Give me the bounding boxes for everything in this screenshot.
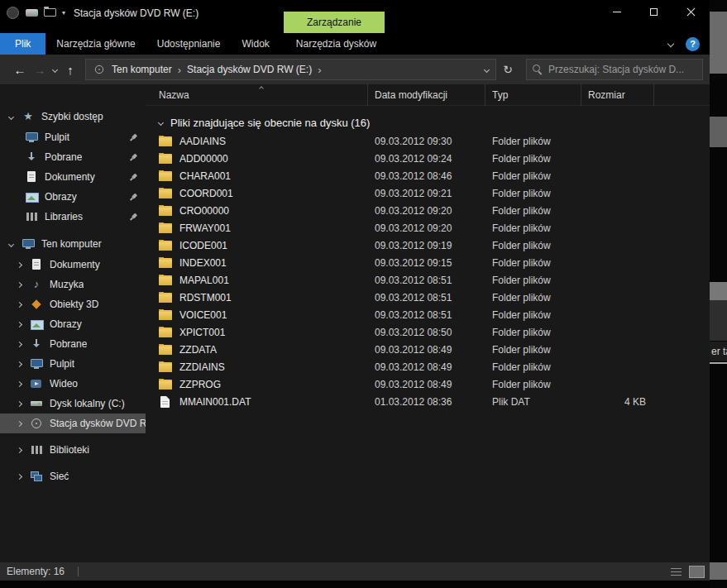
file-icon xyxy=(160,396,170,408)
group-collapse-icon[interactable] xyxy=(158,119,164,125)
file-row[interactable]: ADD00000 09.03.2012 09:24 Folder plików xyxy=(146,150,710,167)
breadcrumb-separator-icon[interactable]: › xyxy=(178,64,181,76)
search-box[interactable] xyxy=(526,59,703,80)
breadcrumb-dvd-drive[interactable]: Stacja dysków DVD RW (E:) xyxy=(187,64,312,75)
explorer-window: ▾ Stacja dysków DVD RW (E:) Zarządzanie … xyxy=(0,0,710,581)
sidebar-item-pc-dysk-c[interactable]: Dysk lokalny (C:) xyxy=(0,394,146,414)
help-icon[interactable]: ? xyxy=(686,37,700,51)
up-button[interactable]: ↑ xyxy=(60,63,80,77)
column-header-typ[interactable]: Typ xyxy=(485,84,581,106)
sidebar-item-pc-obrazy[interactable]: Obrazy xyxy=(0,314,146,334)
file-modified: 09.03.2012 08:50 xyxy=(368,327,485,338)
close-button[interactable] xyxy=(672,0,710,24)
chevron-right-icon[interactable] xyxy=(16,447,22,452)
chevron-right-icon[interactable] xyxy=(16,361,22,366)
file-name: ADD00000 xyxy=(179,153,228,165)
folder-icon xyxy=(159,362,172,372)
sidebar-item-pc-dokumenty[interactable]: Dokumenty xyxy=(0,255,146,275)
sidebar-item-obrazy[interactable]: Obrazy xyxy=(0,187,146,207)
item-label: Pobrane xyxy=(50,338,87,350)
chevron-right-icon[interactable] xyxy=(16,380,22,386)
sidebar-item-pc-pobrane[interactable]: Pobrane xyxy=(0,334,146,354)
file-name: CHARA001 xyxy=(179,170,231,182)
file-row[interactable]: FRWAY001 09.03.2012 09:20 Folder plików xyxy=(146,219,710,237)
sidebar-item-dokumenty[interactable]: Dokumenty xyxy=(0,167,146,187)
qat-drive-icon[interactable] xyxy=(26,9,38,17)
sidebar-item-pc-obiekty-3d[interactable]: Obiekty 3D xyxy=(0,294,146,314)
tab-widok[interactable]: Widok xyxy=(231,33,280,55)
file-row[interactable]: VOICE001 09.03.2012 08:51 Folder plików xyxy=(146,306,710,323)
breadcrumb-separator-icon[interactable]: › xyxy=(318,64,321,76)
content-area: ★ Szybki dostęp Pulpit Pobrane Dokumenty xyxy=(0,84,710,562)
qat-dropdown-icon[interactable]: ▾ xyxy=(62,9,65,17)
forward-button[interactable]: → xyxy=(30,63,50,77)
chevron-right-icon[interactable] xyxy=(16,341,22,347)
tab-udostepnianie[interactable]: Udostępnianie xyxy=(146,33,232,55)
tab-narzedzia-dyskow[interactable]: Narzędzia dysków xyxy=(285,33,387,55)
file-row[interactable]: ZZDATA 09.03.2012 08:49 Folder plików xyxy=(146,341,710,358)
sidebar-item-siec[interactable]: Sieć xyxy=(0,466,146,486)
quick-access-star-icon: ★ xyxy=(22,110,35,123)
file-row[interactable]: COORD001 09.03.2012 09:21 Folder plików xyxy=(146,184,710,202)
file-row[interactable]: ZZDIAINS 09.03.2012 08:49 Folder plików xyxy=(146,358,710,375)
ribbon-expand-icon[interactable] xyxy=(667,41,674,47)
group-header[interactable]: Pliki znajdujące się obecnie na dysku (1… xyxy=(146,112,710,132)
column-label: Data modyfikacji xyxy=(375,89,447,101)
refresh-button[interactable]: ↻ xyxy=(496,63,519,76)
sidebar-item-pulpit[interactable]: Pulpit xyxy=(0,127,146,147)
sidebar-item-libraries[interactable]: Libraries xyxy=(0,207,146,227)
tab-narzedzia-glowne[interactable]: Narzędzia główne xyxy=(45,33,146,55)
chevron-right-icon[interactable] xyxy=(16,321,22,327)
file-row[interactable]: CRO00000 09.03.2012 09:20 Folder plików xyxy=(146,202,710,219)
sidebar-section-this-pc[interactable]: Ten komputer xyxy=(0,233,146,255)
file-row[interactable]: RDSTM001 09.03.2012 08:51 Folder plików xyxy=(146,289,710,306)
icons-view-icon[interactable] xyxy=(689,566,705,578)
file-row[interactable]: CHARA001 09.03.2012 08:46 Folder plików xyxy=(146,167,710,184)
sidebar-item-pobrane[interactable]: Pobrane xyxy=(0,147,146,167)
contextual-tab-group[interactable]: Zarządzanie xyxy=(284,12,385,33)
file-row[interactable]: ZZPROG 09.03.2012 08:49 Folder plików xyxy=(146,375,710,393)
back-button[interactable]: ← xyxy=(10,63,30,77)
file-name: FRWAY001 xyxy=(179,222,231,234)
file-row[interactable]: MAPAL001 09.03.2012 08:51 Folder plików xyxy=(146,271,710,289)
item-label: Sieć xyxy=(50,471,69,482)
tab-plik[interactable]: Plik xyxy=(0,33,45,55)
column-header-nazwa[interactable]: Nazwa xyxy=(159,84,368,106)
column-header-data-modyfikacji[interactable]: Data modyfikacji xyxy=(368,84,485,106)
sidebar-item-biblioteki[interactable]: Biblioteki xyxy=(0,440,146,460)
chevron-right-icon[interactable] xyxy=(16,420,22,426)
address-bar[interactable]: Ten komputer › Stacja dysków DVD RW (E:)… xyxy=(85,59,496,80)
sidebar-item-pc-dvd-drive[interactable]: Stacja dysków DVD RW xyxy=(0,414,146,433)
chevron-down-icon[interactable] xyxy=(7,241,13,246)
search-input[interactable] xyxy=(548,64,696,75)
file-name: CRO00000 xyxy=(179,205,229,217)
chevron-right-icon[interactable] xyxy=(16,301,22,307)
chevron-right-icon[interactable] xyxy=(16,261,22,267)
sidebar-section-quick-access[interactable]: ★ Szybki dostęp xyxy=(0,106,146,127)
breadcrumb-this-pc[interactable]: Ten komputer xyxy=(112,64,172,75)
file-name: ZZDATA xyxy=(179,344,217,356)
chevron-right-icon[interactable] xyxy=(16,281,22,287)
address-dropdown-icon[interactable] xyxy=(484,66,490,72)
sidebar-item-pc-muzyka[interactable]: ♪ Muzyka xyxy=(0,275,146,294)
item-label: Wideo xyxy=(50,378,78,390)
maximize-button[interactable] xyxy=(635,0,672,24)
chevron-right-icon[interactable] xyxy=(16,400,22,406)
file-type: Folder plików xyxy=(485,327,581,338)
recent-locations-icon[interactable] xyxy=(52,66,58,72)
sidebar-item-pc-wideo[interactable]: Wideo xyxy=(0,374,146,394)
background-divider xyxy=(710,362,727,364)
file-row[interactable]: MMAIN001.DAT 01.03.2012 08:36 Plik DAT 4… xyxy=(146,393,710,410)
chevron-down-icon[interactable] xyxy=(7,113,13,119)
details-view-icon[interactable] xyxy=(668,566,684,578)
column-header-rozmiar[interactable]: Rozmiar xyxy=(581,84,654,106)
chevron-right-icon[interactable] xyxy=(16,473,22,479)
minimize-button[interactable] xyxy=(598,0,635,24)
file-row[interactable]: INDEX001 09.03.2012 09:15 Folder plików xyxy=(146,254,710,271)
qat-folder-icon[interactable] xyxy=(44,8,56,17)
file-row[interactable]: ICODE001 09.03.2012 09:19 Folder plików xyxy=(146,237,710,254)
file-name: MMAIN001.DAT xyxy=(179,396,251,408)
file-row[interactable]: AADIAINS 09.03.2012 09:30 Folder plików xyxy=(146,132,710,150)
sidebar-item-pc-pulpit[interactable]: Pulpit xyxy=(0,354,146,374)
file-row[interactable]: XPICT001 09.03.2012 08:50 Folder plików xyxy=(146,323,710,341)
